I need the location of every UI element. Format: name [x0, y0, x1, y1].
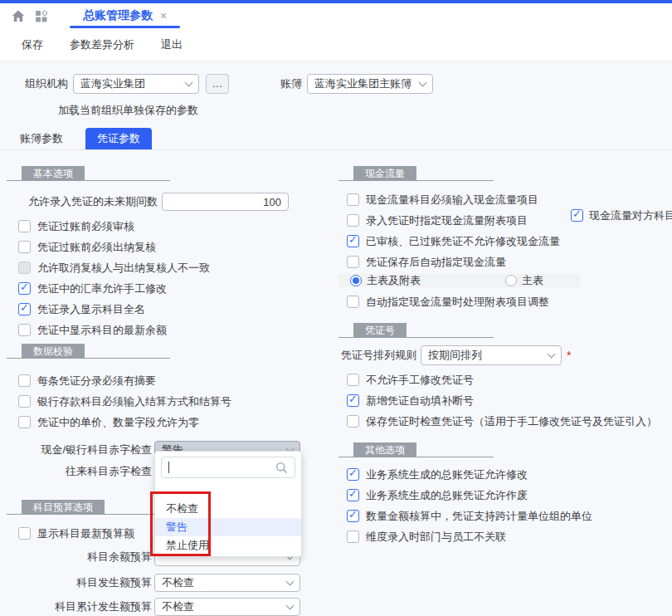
home-icon[interactable] [12, 10, 25, 22]
checkbox[interactable] [18, 374, 31, 387]
text-caret [168, 462, 169, 473]
radio-main-and-appendix[interactable] [350, 275, 362, 286]
tab-voucher-params[interactable]: 凭证参数 [85, 128, 152, 149]
checkbox[interactable] [18, 395, 31, 408]
apps-grid-icon[interactable] [35, 10, 48, 22]
checkbox[interactable] [347, 530, 359, 543]
checkbox-row: 凭证过账前必须出纳复核 [18, 237, 332, 257]
checkbox-label: 凭证中的汇率允许手工修改 [37, 281, 167, 296]
section-data-validation: 数据校验 [7, 345, 170, 359]
checkbox[interactable] [347, 510, 359, 522]
future-periods-label: 允许录入凭证的未来期间数 [7, 194, 158, 209]
accum-budget-select[interactable]: 不检查 [154, 598, 300, 616]
chevron-down-icon [286, 577, 295, 585]
section-title: 数据校验 [22, 344, 85, 359]
occur-budget-value: 不检查 [162, 575, 194, 590]
checkbox-row: 凭证保存后自动指定现金流量 [347, 252, 672, 272]
checkbox-row: 业务系统生成的总账凭证允许修改 [347, 464, 672, 485]
checkbox-label: 数量金额核算中，凭证支持跨计量单位组的单位 [366, 509, 592, 524]
tab-gl-params[interactable]: 总账管理参数 × [70, 3, 180, 28]
future-periods-row: 允许录入凭证的未来期间数 [7, 191, 332, 213]
checkbox-label: 业务系统生成的总账凭证允许修改 [366, 467, 528, 482]
content-area: 组织机构 蓝海实业集团 … 账簿 蓝海实业集团主账簿 加载当前组织单独保存的参数… [0, 61, 672, 616]
close-icon[interactable]: × [160, 9, 167, 22]
checkbox-label: 凭证中的单价、数量字段允许为零 [37, 415, 199, 430]
checkbox-row: 业务系统生成的总账凭证允许作废 [347, 485, 672, 506]
deficit-check-dropdown-panel: 不检查 警告 禁止使用 [154, 451, 302, 557]
checkbox[interactable] [347, 374, 359, 386]
checkbox[interactable] [18, 220, 31, 232]
checkbox-label: 凭证录入显示科目全名 [37, 302, 145, 317]
checkbox[interactable] [347, 394, 359, 407]
checkbox-label: 显示科目最新预算额 [37, 526, 134, 541]
checkbox-label: 维度录入时部门与员工不关联 [366, 530, 506, 545]
checkbox-row: 凭证中显示科目的最新余额 [18, 320, 332, 340]
future-periods-input[interactable] [162, 193, 289, 211]
exit-button[interactable]: 退出 [161, 37, 183, 52]
tab-book-params[interactable]: 账簿参数 [8, 128, 75, 149]
param-diff-analysis-button[interactable]: 参数差异分析 [70, 37, 134, 52]
voucher-rule-select[interactable]: 按期间排列 [421, 345, 562, 365]
checkbox[interactable] [347, 193, 359, 206]
partner-deficit-label: 往来科目赤字检查 [7, 464, 152, 479]
voucher-rule-row: 凭证号排列规则 按期间排列 * [338, 345, 672, 366]
dropdown-search-box[interactable] [161, 457, 295, 478]
checkbox-row: 新增凭证自动填补断号 [347, 390, 672, 411]
accum-budget-row: 科目累计发生额预算 不检查 [7, 596, 332, 616]
chevron-down-icon [185, 78, 193, 86]
checkbox-label: 凭证保存后自动指定现金流量 [366, 255, 506, 270]
section-voucher-number: 凭证号 [338, 324, 494, 338]
org-select[interactable]: 蓝海实业集团 [73, 74, 199, 94]
checkbox[interactable] [18, 241, 31, 253]
checkbox[interactable] [18, 303, 31, 315]
checkbox[interactable] [347, 214, 359, 227]
section-title: 现金流量 [353, 166, 416, 181]
dropdown-option[interactable]: 不检查 [155, 500, 301, 518]
toolbar: 保存 参数差异分析 退出 [0, 28, 672, 61]
save-button[interactable]: 保存 [22, 37, 43, 52]
dropdown-option[interactable]: 警告 [155, 518, 301, 536]
checkbox-row: 银行存款科目必须输入结算方式和结算号 [18, 391, 332, 412]
checkbox [18, 262, 31, 274]
balance-budget-label: 科目余额预算 [7, 550, 152, 565]
checkbox-label: 现金流量科目必须输入现金流量项目 [366, 193, 538, 208]
checkbox-row: 已审核、已过账凭证不允许修改现金流量 [347, 231, 672, 252]
search-icon [275, 462, 288, 474]
checkbox[interactable] [347, 235, 359, 247]
checkbox[interactable] [571, 209, 583, 222]
book-wrap: 账簿 蓝海实业集团主账簿 [280, 74, 433, 94]
checkbox-row: 不允许手工修改凭证号 [347, 369, 672, 390]
param-tab-strip: 账簿参数 凭证参数 [0, 128, 672, 150]
checkbox[interactable] [347, 415, 359, 428]
checkbox-label: 已审核、已过账凭证不允许修改现金流量 [366, 234, 560, 249]
book-select[interactable]: 蓝海实业集团主账簿 [307, 74, 433, 94]
checkbox[interactable] [18, 282, 31, 295]
dropdown-option[interactable]: 禁止使用 [155, 536, 301, 555]
checkbox-label: 现金流量对方科目不 [589, 208, 672, 223]
section-budget-options: 科目预算选项 [7, 501, 170, 515]
checkbox[interactable] [18, 416, 31, 428]
load-note: 加载当前组织单独保存的参数 [58, 103, 672, 118]
checkbox[interactable] [347, 489, 359, 501]
checkbox[interactable] [347, 468, 359, 481]
required-asterisk: * [567, 349, 571, 362]
chevron-down-icon [286, 601, 295, 609]
radio-main-only[interactable] [505, 275, 517, 286]
radio-label: 主表及附表 [367, 273, 421, 288]
dropdown-option-blank[interactable] [155, 478, 301, 500]
checkbox[interactable] [347, 256, 359, 268]
occur-budget-row: 科目发生额预算 不检查 [7, 572, 332, 594]
checkbox[interactable] [18, 527, 31, 540]
checkbox-row: 维度录入时部门与员工不关联 [347, 526, 672, 547]
checkbox[interactable] [18, 324, 31, 336]
checkbox-label: 凭证过账前必须审核 [37, 219, 134, 234]
checkbox-label: 业务系统生成的总账凭证允许作废 [366, 488, 528, 503]
org-book-row: 组织机构 蓝海实业集团 … 账簿 蓝海实业集团主账簿 [25, 74, 672, 94]
occur-budget-select[interactable]: 不检查 [154, 574, 300, 592]
org-more-button[interactable]: … [206, 74, 229, 94]
chevron-down-icon [548, 350, 556, 358]
checkbox-label: 凭证过账前必须出纳复核 [37, 240, 156, 255]
checkbox[interactable] [347, 296, 359, 308]
cash-deficit-label: 现金/银行科目赤字检查 [7, 442, 152, 457]
section-title: 其他选项 [353, 442, 416, 457]
